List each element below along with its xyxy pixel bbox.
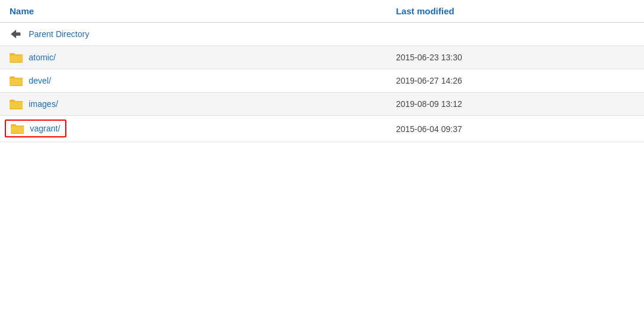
folder-icon [11,123,24,134]
column-header-modified: Last modified [386,0,644,23]
folder-link[interactable]: vagrant/ [30,124,60,133]
modified-cell: 2019-06-27 14:26 [386,69,644,93]
folder-row: vagrant/ 2015-06-04 09:37 [0,116,644,142]
modified-cell: 2015-06-04 09:37 [386,116,644,142]
folder-link[interactable]: devel/ [29,76,51,85]
name-cell: images/ [0,93,386,116]
folder-icon [10,52,23,63]
svg-marker-0 [11,30,20,38]
name-cell: devel/ [0,69,386,93]
svg-rect-10 [10,77,15,79]
folder-icon [10,75,23,86]
parent-directory-icon [10,29,23,39]
folder-link[interactable]: atomic/ [29,53,56,62]
svg-rect-5 [10,54,15,56]
parent-directory-row: Parent Directory [0,23,644,46]
svg-rect-15 [10,100,15,102]
svg-rect-18 [11,127,24,133]
modified-cell: 2019-08-09 13:12 [386,93,644,116]
folder-row: devel/ 2019-06-27 14:26 [0,69,644,93]
svg-rect-13 [10,102,23,109]
folder-row: atomic/ 2015-06-23 13:30 [0,46,644,69]
name-cell: Parent Directory [0,23,386,46]
folder-icon [10,99,23,109]
name-cell: atomic/ [0,46,386,69]
modified-cell [386,23,644,46]
highlighted-item: vagrant/ [5,119,66,137]
name-cell: vagrant/ [0,116,386,142]
column-header-name: Name [0,0,386,23]
folder-row: images/ 2019-08-09 13:12 [0,93,644,116]
svg-rect-20 [11,125,16,127]
svg-rect-8 [10,79,23,85]
svg-rect-3 [10,56,23,62]
modified-cell: 2015-06-23 13:30 [386,46,644,69]
folder-link[interactable]: images/ [29,99,58,109]
file-listing-table: Name Last modified Parent Directory [0,0,644,142]
parent-directory-link[interactable]: Parent Directory [29,29,89,39]
